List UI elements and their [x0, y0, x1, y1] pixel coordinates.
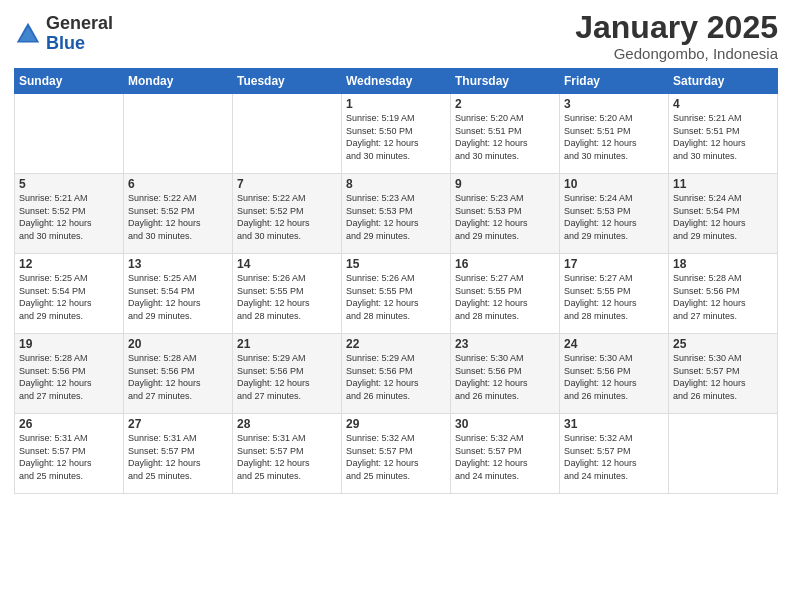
day-number: 27	[128, 417, 228, 431]
day-number: 11	[673, 177, 773, 191]
day-number: 6	[128, 177, 228, 191]
day-number: 15	[346, 257, 446, 271]
calendar-table: Sunday Monday Tuesday Wednesday Thursday…	[14, 68, 778, 494]
col-sunday: Sunday	[15, 69, 124, 94]
day-number: 21	[237, 337, 337, 351]
table-row	[15, 94, 124, 174]
day-info: Sunrise: 5:24 AM Sunset: 5:53 PM Dayligh…	[564, 192, 664, 242]
title-block: January 2025 Gedongombo, Indonesia	[575, 10, 778, 62]
header: General Blue January 2025 Gedongombo, In…	[14, 10, 778, 62]
logo-text: General Blue	[46, 14, 113, 54]
table-row: 31Sunrise: 5:32 AM Sunset: 5:57 PM Dayli…	[560, 414, 669, 494]
table-row	[669, 414, 778, 494]
table-row: 5Sunrise: 5:21 AM Sunset: 5:52 PM Daylig…	[15, 174, 124, 254]
day-info: Sunrise: 5:24 AM Sunset: 5:54 PM Dayligh…	[673, 192, 773, 242]
day-number: 10	[564, 177, 664, 191]
day-info: Sunrise: 5:28 AM Sunset: 5:56 PM Dayligh…	[673, 272, 773, 322]
table-row: 9Sunrise: 5:23 AM Sunset: 5:53 PM Daylig…	[451, 174, 560, 254]
table-row: 12Sunrise: 5:25 AM Sunset: 5:54 PM Dayli…	[15, 254, 124, 334]
day-info: Sunrise: 5:25 AM Sunset: 5:54 PM Dayligh…	[128, 272, 228, 322]
logo-general: General	[46, 13, 113, 33]
table-row: 29Sunrise: 5:32 AM Sunset: 5:57 PM Dayli…	[342, 414, 451, 494]
calendar-week-row: 1Sunrise: 5:19 AM Sunset: 5:50 PM Daylig…	[15, 94, 778, 174]
day-number: 12	[19, 257, 119, 271]
table-row: 13Sunrise: 5:25 AM Sunset: 5:54 PM Dayli…	[124, 254, 233, 334]
table-row: 14Sunrise: 5:26 AM Sunset: 5:55 PM Dayli…	[233, 254, 342, 334]
day-number: 2	[455, 97, 555, 111]
day-number: 4	[673, 97, 773, 111]
day-info: Sunrise: 5:32 AM Sunset: 5:57 PM Dayligh…	[455, 432, 555, 482]
day-info: Sunrise: 5:27 AM Sunset: 5:55 PM Dayligh…	[564, 272, 664, 322]
day-info: Sunrise: 5:28 AM Sunset: 5:56 PM Dayligh…	[128, 352, 228, 402]
table-row: 25Sunrise: 5:30 AM Sunset: 5:57 PM Dayli…	[669, 334, 778, 414]
day-number: 14	[237, 257, 337, 271]
calendar-week-row: 19Sunrise: 5:28 AM Sunset: 5:56 PM Dayli…	[15, 334, 778, 414]
calendar-subtitle: Gedongombo, Indonesia	[575, 45, 778, 62]
day-number: 1	[346, 97, 446, 111]
day-info: Sunrise: 5:23 AM Sunset: 5:53 PM Dayligh…	[455, 192, 555, 242]
day-number: 13	[128, 257, 228, 271]
day-info: Sunrise: 5:28 AM Sunset: 5:56 PM Dayligh…	[19, 352, 119, 402]
table-row: 10Sunrise: 5:24 AM Sunset: 5:53 PM Dayli…	[560, 174, 669, 254]
day-number: 25	[673, 337, 773, 351]
day-info: Sunrise: 5:25 AM Sunset: 5:54 PM Dayligh…	[19, 272, 119, 322]
table-row: 21Sunrise: 5:29 AM Sunset: 5:56 PM Dayli…	[233, 334, 342, 414]
day-info: Sunrise: 5:29 AM Sunset: 5:56 PM Dayligh…	[237, 352, 337, 402]
table-row: 28Sunrise: 5:31 AM Sunset: 5:57 PM Dayli…	[233, 414, 342, 494]
table-row	[233, 94, 342, 174]
day-info: Sunrise: 5:30 AM Sunset: 5:56 PM Dayligh…	[564, 352, 664, 402]
logo: General Blue	[14, 14, 113, 54]
calendar-week-row: 5Sunrise: 5:21 AM Sunset: 5:52 PM Daylig…	[15, 174, 778, 254]
day-number: 26	[19, 417, 119, 431]
day-number: 23	[455, 337, 555, 351]
table-row: 20Sunrise: 5:28 AM Sunset: 5:56 PM Dayli…	[124, 334, 233, 414]
table-row: 3Sunrise: 5:20 AM Sunset: 5:51 PM Daylig…	[560, 94, 669, 174]
table-row: 26Sunrise: 5:31 AM Sunset: 5:57 PM Dayli…	[15, 414, 124, 494]
table-row: 22Sunrise: 5:29 AM Sunset: 5:56 PM Dayli…	[342, 334, 451, 414]
day-info: Sunrise: 5:31 AM Sunset: 5:57 PM Dayligh…	[19, 432, 119, 482]
day-info: Sunrise: 5:20 AM Sunset: 5:51 PM Dayligh…	[564, 112, 664, 162]
day-info: Sunrise: 5:19 AM Sunset: 5:50 PM Dayligh…	[346, 112, 446, 162]
table-row: 30Sunrise: 5:32 AM Sunset: 5:57 PM Dayli…	[451, 414, 560, 494]
day-number: 19	[19, 337, 119, 351]
table-row: 7Sunrise: 5:22 AM Sunset: 5:52 PM Daylig…	[233, 174, 342, 254]
day-number: 17	[564, 257, 664, 271]
day-info: Sunrise: 5:21 AM Sunset: 5:52 PM Dayligh…	[19, 192, 119, 242]
table-row: 19Sunrise: 5:28 AM Sunset: 5:56 PM Dayli…	[15, 334, 124, 414]
table-row	[124, 94, 233, 174]
day-number: 20	[128, 337, 228, 351]
col-tuesday: Tuesday	[233, 69, 342, 94]
day-number: 8	[346, 177, 446, 191]
day-info: Sunrise: 5:31 AM Sunset: 5:57 PM Dayligh…	[128, 432, 228, 482]
col-thursday: Thursday	[451, 69, 560, 94]
col-wednesday: Wednesday	[342, 69, 451, 94]
day-info: Sunrise: 5:22 AM Sunset: 5:52 PM Dayligh…	[237, 192, 337, 242]
page-container: General Blue January 2025 Gedongombo, In…	[0, 0, 792, 502]
col-saturday: Saturday	[669, 69, 778, 94]
calendar-title: January 2025	[575, 10, 778, 45]
day-number: 28	[237, 417, 337, 431]
table-row: 23Sunrise: 5:30 AM Sunset: 5:56 PM Dayli…	[451, 334, 560, 414]
table-row: 18Sunrise: 5:28 AM Sunset: 5:56 PM Dayli…	[669, 254, 778, 334]
day-info: Sunrise: 5:30 AM Sunset: 5:56 PM Dayligh…	[455, 352, 555, 402]
logo-icon	[14, 20, 42, 48]
day-info: Sunrise: 5:26 AM Sunset: 5:55 PM Dayligh…	[346, 272, 446, 322]
table-row: 16Sunrise: 5:27 AM Sunset: 5:55 PM Dayli…	[451, 254, 560, 334]
table-row: 4Sunrise: 5:21 AM Sunset: 5:51 PM Daylig…	[669, 94, 778, 174]
table-row: 17Sunrise: 5:27 AM Sunset: 5:55 PM Dayli…	[560, 254, 669, 334]
day-info: Sunrise: 5:32 AM Sunset: 5:57 PM Dayligh…	[564, 432, 664, 482]
day-info: Sunrise: 5:31 AM Sunset: 5:57 PM Dayligh…	[237, 432, 337, 482]
day-number: 9	[455, 177, 555, 191]
day-number: 29	[346, 417, 446, 431]
day-number: 30	[455, 417, 555, 431]
day-info: Sunrise: 5:27 AM Sunset: 5:55 PM Dayligh…	[455, 272, 555, 322]
day-number: 22	[346, 337, 446, 351]
day-info: Sunrise: 5:29 AM Sunset: 5:56 PM Dayligh…	[346, 352, 446, 402]
day-number: 31	[564, 417, 664, 431]
table-row: 2Sunrise: 5:20 AM Sunset: 5:51 PM Daylig…	[451, 94, 560, 174]
table-row: 15Sunrise: 5:26 AM Sunset: 5:55 PM Dayli…	[342, 254, 451, 334]
table-row: 8Sunrise: 5:23 AM Sunset: 5:53 PM Daylig…	[342, 174, 451, 254]
day-info: Sunrise: 5:30 AM Sunset: 5:57 PM Dayligh…	[673, 352, 773, 402]
day-number: 24	[564, 337, 664, 351]
day-info: Sunrise: 5:26 AM Sunset: 5:55 PM Dayligh…	[237, 272, 337, 322]
